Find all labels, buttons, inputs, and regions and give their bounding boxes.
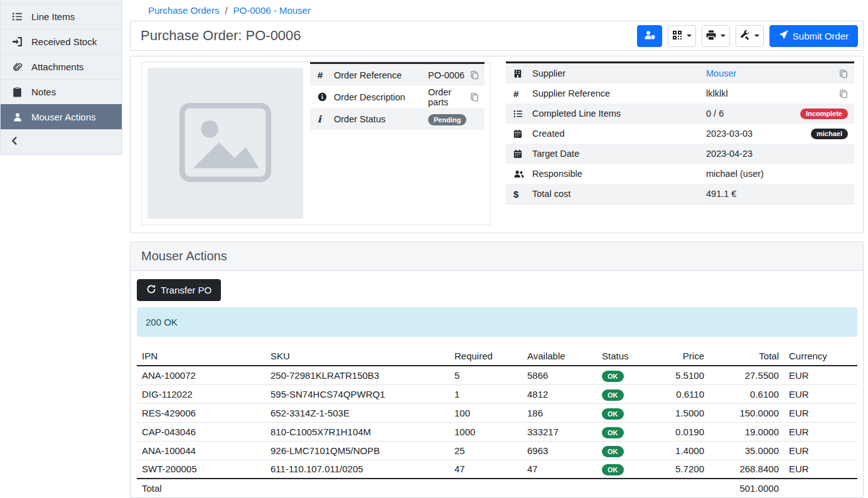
cell-total: 150.0000: [709, 403, 784, 422]
cell-sku: 250-72981KLRATR150B3: [265, 366, 449, 384]
status-alert: 200 OK: [137, 307, 857, 337]
table-header-row: IPN SKU Required Available Status Price …: [137, 347, 857, 366]
detail-row-supplier-reference: # Supplier Reference lklklkl: [506, 83, 854, 103]
cell-currency: EUR: [784, 403, 857, 422]
status-badge-pending: Pending: [428, 114, 466, 125]
transfer-po-button[interactable]: Transfer PO: [137, 279, 221, 301]
cell-total: 0.6100: [709, 384, 784, 403]
cell-currency: EUR: [784, 441, 857, 460]
cell-sku: 926-LMC7101QM5/NOPB: [265, 441, 449, 460]
table-row: ANA-100072 250-72981KLRATR150B3 5 5866 O…: [137, 366, 857, 384]
cell-price: 1.4000: [650, 441, 709, 460]
ok-badge: OK: [602, 464, 624, 475]
copy-icon[interactable]: [470, 70, 479, 80]
sidebar-collapse-button[interactable]: [1, 129, 122, 154]
chevron-down-icon: [721, 34, 726, 37]
user-shield-icon: [643, 30, 656, 42]
panel-body: Transfer PO 200 OK IPN SKU Required Avai…: [131, 271, 863, 497]
incomplete-badge: Incomplete: [800, 109, 848, 119]
ok-badge: OK: [602, 427, 624, 438]
footer-label: Total: [137, 479, 265, 497]
submit-order-button[interactable]: Submit Order: [769, 25, 858, 47]
table-row: SWT-200005 611-110.107.011/0205 47 47 OK…: [137, 460, 857, 479]
mouser-actions-panel: Mouser Actions Transfer PO 200 OK IP: [130, 241, 864, 498]
cell-sku: 595-SN74HCS74QPWRQ1: [265, 384, 449, 403]
cell-sku: 810-C1005X7R1H104M: [265, 422, 449, 441]
col-required[interactable]: Required: [449, 347, 522, 366]
dollar-icon: $: [513, 189, 532, 199]
copy-icon[interactable]: [470, 92, 479, 102]
cell-price: 1.5000: [650, 403, 709, 422]
breadcrumb-link-purchase-orders[interactable]: Purchase Orders: [148, 5, 219, 16]
list-check-icon: [513, 109, 532, 119]
col-sku[interactable]: SKU: [265, 347, 449, 366]
copy-icon[interactable]: [839, 69, 848, 78]
cell-required: 1: [449, 384, 522, 403]
ok-badge: OK: [602, 371, 624, 382]
cell-required: 1000: [449, 422, 522, 441]
col-total[interactable]: Total: [709, 347, 784, 366]
detail-row-order-reference: # Order Reference PO-0006: [310, 64, 485, 86]
header-actions: Submit Order: [637, 25, 858, 47]
sidebar-item-received-stock[interactable]: Received Stock: [1, 29, 122, 54]
sidebar-item-mouser-actions[interactable]: Mouser Actions: [1, 104, 122, 129]
print-menu-button[interactable]: [702, 25, 730, 47]
paper-plane-icon: [779, 30, 788, 41]
sidebar-item-attachments[interactable]: Attachments: [1, 54, 122, 79]
breadcrumb-link-current-order[interactable]: PO-0006 - Mouser: [233, 5, 311, 16]
table-row: CAP-043046 810-C1005X7R1H104M 1000 33321…: [137, 422, 857, 441]
chevron-left-icon: [10, 136, 19, 148]
options-menu-button[interactable]: [736, 25, 764, 47]
sidebar-item-label: Notes: [31, 87, 56, 97]
page-header-panel: Purchase Order: PO-0006: [130, 21, 864, 51]
barcode-menu-button[interactable]: [668, 25, 696, 47]
cell-ipn: SWT-200005: [137, 460, 265, 479]
cell-sku: 611-110.107.011/0205: [265, 460, 449, 479]
col-status[interactable]: Status: [597, 347, 650, 366]
cell-available: 4812: [522, 384, 597, 403]
cell-ipn: DIG-112022: [137, 384, 265, 403]
cell-available: 6963: [522, 441, 597, 460]
col-price[interactable]: Price: [650, 347, 709, 366]
sidebar-item-label: Line Items: [31, 11, 75, 22]
col-available[interactable]: Available: [522, 347, 597, 366]
detail-row-order-description: Order Description Order parts: [310, 86, 485, 108]
sidebar-item-notes[interactable]: Notes: [1, 79, 122, 104]
info-icon: i: [318, 114, 334, 125]
cell-ipn: ANA-100072: [137, 366, 265, 384]
thumbnail-column: [147, 62, 303, 219]
detail-row-order-status: i Order Status Pending: [310, 108, 485, 130]
cell-price: 0.0190: [650, 422, 709, 441]
sidebar-item-label: Attachments: [31, 61, 83, 72]
cell-currency: EUR: [784, 384, 857, 403]
copy-icon[interactable]: [839, 89, 848, 98]
col-currency[interactable]: Currency: [784, 347, 857, 366]
col-ipn[interactable]: IPN: [137, 347, 265, 366]
chevron-down-icon: [687, 34, 692, 37]
cell-available: 186: [522, 403, 597, 422]
user-icon: [11, 112, 23, 122]
cell-available: 5866: [522, 366, 597, 384]
tools-icon: [740, 30, 750, 42]
cell-status: OK: [597, 441, 650, 460]
supplier-link[interactable]: Mouser: [706, 68, 736, 78]
cell-currency: EUR: [784, 460, 857, 479]
main-content: Purchase Orders / PO-0006 - Mouser Purch…: [122, 0, 868, 498]
table-footer-row: Total 501.0000: [137, 479, 857, 497]
cell-price: 5.7200: [650, 460, 709, 479]
sidebar: Line Items Received Stock Attachments No…: [0, 0, 122, 155]
detail-row-responsible: Responsible michael (user): [506, 164, 854, 184]
admin-button[interactable]: [637, 25, 662, 47]
ok-badge: OK: [602, 389, 624, 401]
cell-required: 100: [449, 403, 522, 422]
table-row: ANA-100044 926-LMC7101QM5/NOPB 25 6963 O…: [137, 441, 857, 460]
cell-required: 47: [449, 460, 522, 479]
cell-available: 333217: [522, 422, 597, 441]
order-details-panel: # Order Reference PO-0006 Order Descript…: [130, 56, 864, 233]
list-icon: [11, 11, 23, 22]
cell-available: 47: [522, 460, 597, 479]
chevron-down-icon: [754, 34, 759, 37]
sidebar-item-line-items[interactable]: Line Items: [1, 4, 122, 29]
table-row: RES-429006 652-3314Z-1-503E 100 186 OK 1…: [137, 403, 857, 422]
submit-order-label: Submit Order: [793, 31, 849, 41]
